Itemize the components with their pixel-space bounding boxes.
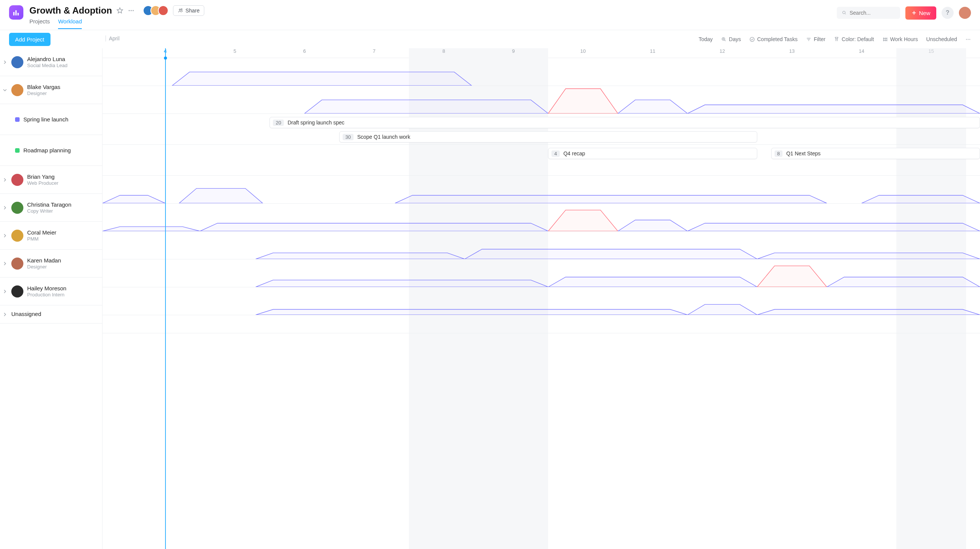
tab-workload[interactable]: Workload	[58, 18, 82, 29]
tab-projects[interactable]: Projects	[29, 18, 50, 29]
day-column[interactable]: 10	[548, 48, 618, 58]
timeline[interactable]: 45678910111213141520Draft spring launch …	[102, 48, 980, 549]
share-button[interactable]: Share	[173, 5, 204, 16]
timeline-lane[interactable]	[102, 204, 980, 232]
toolbar: Add Project April Today Days Completed T…	[0, 30, 980, 48]
task-bar[interactable]: 8Q1 Next Steps	[771, 148, 980, 159]
timeline-lane[interactable]	[102, 232, 980, 259]
zoom-days-button[interactable]: Days	[721, 36, 741, 42]
avatar	[11, 174, 23, 186]
search-input[interactable]	[850, 10, 895, 16]
day-column[interactable]: 7	[339, 48, 409, 58]
new-label: New	[919, 10, 930, 16]
svg-rect-0	[13, 12, 14, 16]
avatar	[11, 56, 23, 68]
task-badge: 8	[775, 150, 783, 157]
chevron-right-icon[interactable]	[2, 206, 8, 210]
avatar[interactable]	[158, 5, 169, 16]
task-bar[interactable]: 30Scope Q1 launch work	[339, 131, 757, 143]
sidebar-person-row[interactable]: Hailey MoresonProduction Intern	[0, 277, 102, 306]
svg-line-10	[845, 14, 846, 15]
sidebar-person-row[interactable]: Coral MeierPMM	[0, 222, 102, 250]
search-box[interactable]	[837, 7, 900, 19]
chevron-right-icon[interactable]	[2, 178, 8, 182]
day-column[interactable]: 6	[269, 48, 339, 58]
chevron-right-icon[interactable]	[2, 234, 8, 237]
person-role: Copy Writer	[27, 208, 71, 214]
svg-point-8	[181, 9, 183, 10]
day-column[interactable]: 13	[757, 48, 827, 58]
share-label: Share	[185, 8, 199, 14]
star-icon[interactable]	[116, 7, 123, 14]
timeline-lane[interactable]: 4Q4 recap8Q1 Next Steps	[102, 145, 980, 176]
timeline-lane[interactable]: 20Draft spring launch spec30Scope Q1 lau…	[102, 114, 980, 145]
svg-point-28	[969, 39, 970, 40]
toolbar-more-icon[interactable]	[965, 37, 971, 42]
project-name: Roadmap planning	[23, 147, 71, 153]
sidebar-person-row[interactable]: Karen MadanDesigner	[0, 250, 102, 277]
add-project-button[interactable]: Add Project	[9, 33, 51, 46]
help-button[interactable]: ?	[942, 7, 954, 19]
portfolio-icon	[9, 5, 23, 20]
chevron-right-icon[interactable]	[2, 60, 8, 64]
sidebar-person-row[interactable]: Christina TaragonCopy Writer	[0, 194, 102, 222]
chevron-right-icon[interactable]	[2, 290, 8, 293]
filter-button[interactable]: Filter	[806, 36, 826, 42]
page-title: Growth & Adoption	[29, 5, 112, 16]
workload-curve	[102, 58, 980, 86]
day-column[interactable]: 5	[200, 48, 270, 58]
timeline-lane[interactable]	[102, 315, 980, 333]
task-bar[interactable]: 4Q4 recap	[548, 148, 757, 159]
avatar	[11, 84, 23, 96]
timeline-lane[interactable]	[102, 58, 980, 86]
unassigned-label: Unassigned	[11, 311, 41, 318]
collaborator-avatars[interactable]	[143, 5, 169, 16]
more-icon[interactable]	[128, 7, 135, 14]
day-column[interactable]: 14	[827, 48, 896, 58]
timeline-lane[interactable]	[102, 287, 980, 315]
sidebar: Alejandro LunaSocial Media LeadBlake Var…	[0, 48, 102, 549]
chevron-down-icon[interactable]	[2, 88, 8, 92]
day-column[interactable]: 15	[896, 48, 966, 58]
person-name: Karen Madan	[27, 257, 61, 264]
person-name: Christina Taragon	[27, 201, 71, 208]
tabs: Projects Workload	[29, 18, 204, 29]
person-role: Social Media Lead	[27, 63, 67, 68]
today-button[interactable]: Today	[698, 36, 713, 42]
person-role: Designer	[27, 264, 61, 270]
project-chip	[15, 148, 20, 153]
timeline-lane[interactable]	[102, 259, 980, 287]
task-label: Q1 Next Steps	[786, 150, 821, 156]
task-badge: 4	[551, 150, 559, 157]
sidebar-person-row[interactable]: Alejandro LunaSocial Media Lead	[0, 48, 102, 76]
day-column[interactable]: 12	[687, 48, 757, 58]
new-button[interactable]: New	[905, 6, 936, 20]
search-icon	[842, 10, 846, 16]
person-name: Blake Vargas	[27, 84, 60, 91]
me-avatar[interactable]	[959, 7, 971, 19]
sidebar-project-row[interactable]: Roadmap planning	[0, 135, 102, 166]
color-button[interactable]: Color: Default	[834, 36, 874, 42]
day-column[interactable]: 9	[479, 48, 549, 58]
person-role: Web Producer	[27, 180, 59, 186]
unscheduled-button[interactable]: Unscheduled	[926, 36, 957, 42]
plus-icon	[912, 10, 917, 16]
chevron-right-icon[interactable]	[2, 313, 8, 317]
task-bar[interactable]: 20Draft spring launch spec	[269, 117, 980, 128]
workload-curve	[102, 204, 980, 231]
sidebar-unassigned-row[interactable]: Unassigned	[0, 306, 102, 323]
workload-curve	[102, 86, 980, 113]
svg-rect-2	[18, 13, 19, 16]
day-column[interactable]: 8	[409, 48, 479, 58]
day-column[interactable]: 11	[618, 48, 687, 58]
work-hours-button[interactable]: Work Hours	[882, 36, 918, 42]
sidebar-person-row[interactable]: Brian YangWeb Producer	[0, 166, 102, 194]
svg-marker-3	[117, 8, 123, 13]
timeline-lane[interactable]	[102, 176, 980, 204]
sidebar-person-row[interactable]: Blake VargasDesigner	[0, 76, 102, 104]
task-label: Draft spring launch spec	[288, 119, 345, 126]
completed-tasks-button[interactable]: Completed Tasks	[749, 36, 797, 42]
timeline-lane[interactable]	[102, 86, 980, 114]
chevron-right-icon[interactable]	[2, 262, 8, 266]
sidebar-project-row[interactable]: Spring line launch	[0, 104, 102, 135]
